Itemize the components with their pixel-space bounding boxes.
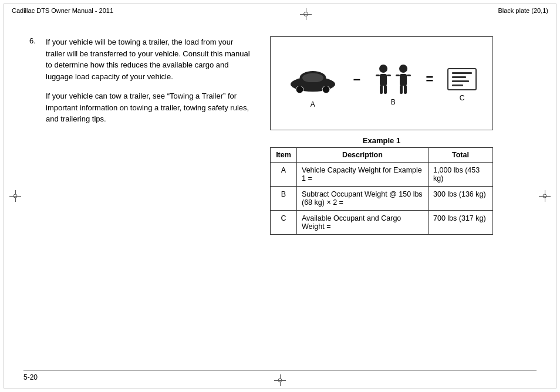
card-container: C — [447, 68, 477, 102]
operator-minus: – — [353, 72, 360, 87]
svg-point-4 — [302, 73, 323, 82]
ch-mark-bottom — [274, 374, 286, 386]
svg-point-6 — [379, 65, 387, 73]
cell-total-0: 1,000 lbs (453 kg) — [429, 163, 493, 187]
table-row: CAvailable Occupant and Cargo Weight =70… — [271, 211, 493, 235]
example-label: Example 1 — [270, 136, 493, 145]
person-2-icon — [394, 64, 412, 94]
svg-rect-11 — [384, 85, 387, 94]
svg-rect-14 — [396, 75, 400, 76]
card-lines — [452, 70, 473, 89]
header-left: Cadillac DTS Owner Manual - 2011 — [12, 7, 113, 14]
svg-rect-5 — [291, 82, 335, 86]
table-body: AVehicle Capacity Weight for Example 1 =… — [271, 163, 493, 235]
ch-circle-left — [14, 194, 18, 198]
main-content: 6. If your vehicle will be towing a trai… — [0, 19, 560, 246]
list-number: 6. — [29, 36, 41, 82]
cell-desc-1: Subtract Occupant Weight @ 150 lbs (68 k… — [297, 187, 429, 211]
table-row: AVehicle Capacity Weight for Example 1 =… — [271, 163, 493, 187]
th-total: Total — [429, 148, 493, 163]
card-line-1 — [452, 72, 473, 74]
label-c: C — [460, 94, 465, 102]
crosshair-bottom — [274, 374, 286, 386]
ch-circle-bottom — [278, 379, 282, 383]
ch-mark-right — [539, 190, 551, 202]
label-a: A — [311, 100, 315, 109]
list-item-6: 6. If your vehicle will be towing a trai… — [29, 36, 252, 82]
list-paragraph-2: If your vehicle can tow a trailer, see “… — [46, 90, 252, 125]
crosshair-top — [300, 8, 312, 20]
cell-item-0: A — [271, 163, 297, 187]
label-b: B — [391, 98, 396, 106]
crosshair-left — [9, 190, 21, 202]
table-header-row: Item Description Total — [271, 148, 493, 163]
car-icon — [286, 62, 339, 97]
page-header: Cadillac DTS Owner Manual - 2011 Black p… — [0, 0, 560, 19]
svg-point-2 — [296, 86, 303, 93]
svg-rect-8 — [376, 75, 380, 76]
svg-point-12 — [399, 65, 407, 73]
car-container: A — [286, 62, 339, 109]
ch-circle-right — [543, 194, 547, 198]
cell-total-2: 700 lbs (317 kg) — [429, 211, 493, 235]
table-row: BSubtract Occupant Weight @ 150 lbs (68 … — [271, 187, 493, 211]
svg-rect-13 — [400, 74, 407, 86]
th-description: Description — [297, 148, 429, 163]
left-section: 6. If your vehicle will be towing a trai… — [29, 36, 252, 235]
th-item: Item — [271, 148, 297, 163]
diagram-box: A – — [270, 36, 493, 130]
cell-item-1: B — [271, 187, 297, 211]
card-line-3 — [452, 80, 469, 82]
cell-item-2: C — [271, 211, 297, 235]
list-paragraph-1: If your vehicle will be towing a trailer… — [46, 36, 252, 82]
card-line-4 — [452, 85, 463, 86]
svg-rect-16 — [400, 85, 403, 94]
svg-point-3 — [322, 86, 330, 93]
svg-rect-10 — [380, 85, 383, 94]
people-container: B — [375, 64, 412, 106]
operator-equals: = — [426, 72, 433, 87]
crosshair-circle — [303, 12, 308, 16]
page-number: 5-20 — [23, 373, 38, 381]
people-icons — [375, 64, 412, 94]
cell-desc-0: Vehicle Capacity Weight for Example 1 = — [297, 163, 429, 187]
svg-rect-9 — [387, 75, 391, 76]
right-section: A – — [270, 36, 493, 235]
card-icon — [447, 68, 477, 90]
cell-total-1: 300 lbs (136 kg) — [429, 187, 493, 211]
svg-rect-17 — [404, 85, 407, 94]
card-line-2 — [452, 76, 466, 78]
cell-desc-2: Available Occupant and Cargo Weight = — [297, 211, 429, 235]
svg-rect-15 — [407, 75, 411, 76]
top-crosshair — [300, 5, 312, 16]
ch-mark-left — [9, 190, 21, 202]
header-right: Black plate (20,1) — [498, 7, 548, 14]
svg-rect-7 — [380, 74, 387, 86]
capacity-table: Item Description Total AVehicle Capacity… — [270, 147, 493, 235]
person-1-icon — [375, 64, 392, 94]
crosshair-right — [539, 190, 551, 202]
